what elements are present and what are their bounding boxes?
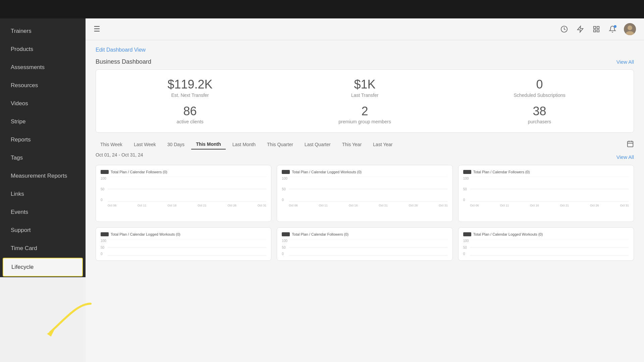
clock-icon[interactable] bbox=[559, 24, 569, 34]
bell-icon[interactable] bbox=[608, 24, 617, 34]
stat-last-transfer: $1K Last Transfer bbox=[281, 78, 449, 98]
svg-point-8 bbox=[628, 25, 632, 30]
legend-swatch-5 bbox=[282, 232, 290, 236]
sidebar-item-links[interactable]: Links bbox=[3, 185, 83, 203]
main-content: ☰ bbox=[86, 18, 644, 362]
filter-this-year[interactable]: This Year bbox=[337, 140, 366, 149]
sidebar-item-trainers[interactable]: Trainers bbox=[3, 22, 83, 40]
svg-rect-10 bbox=[628, 141, 633, 147]
chart-card-4: Total Plan / Calendar Logged Workouts (0… bbox=[96, 227, 271, 261]
svg-rect-3 bbox=[594, 26, 596, 28]
sidebar: Trainers Products Assessments Resources … bbox=[0, 18, 86, 277]
chart-legend-5: Total Plan / Calendar Followers (0) bbox=[282, 232, 447, 236]
svg-marker-0 bbox=[47, 328, 55, 337]
sidebar-item-videos[interactable]: Videos bbox=[3, 95, 83, 112]
notification-dot bbox=[614, 25, 616, 28]
chart-legend-3: Total Plan / Calendar Followers (0) bbox=[463, 170, 629, 174]
chart-area-2: 100 50 0 Oct bbox=[282, 177, 447, 210]
legend-swatch-4 bbox=[101, 232, 109, 236]
charts-view-all[interactable]: View All bbox=[616, 154, 634, 160]
stat-premium-group-members: 2 premium group members bbox=[281, 105, 449, 125]
avatar[interactable] bbox=[624, 23, 636, 35]
svg-rect-4 bbox=[597, 26, 599, 28]
charts-row-2: Total Plan / Calendar Logged Workouts (0… bbox=[96, 227, 634, 261]
sidebar-item-support[interactable]: Support bbox=[3, 222, 83, 239]
dashboard-view-all[interactable]: View All bbox=[616, 59, 634, 65]
edit-dashboard-link[interactable]: Edit Dashboard View bbox=[96, 47, 146, 53]
time-filters: This Week Last Week 30 Days This Month L… bbox=[96, 139, 634, 149]
filter-last-month[interactable]: Last Month bbox=[228, 140, 260, 149]
dashboard-title: Business Dashboard bbox=[96, 58, 151, 65]
sidebar-item-products[interactable]: Products bbox=[3, 41, 83, 58]
hamburger-menu[interactable]: ☰ bbox=[94, 25, 100, 34]
charts-row-1: Total Plan / Calendar Followers (0) 100 … bbox=[96, 165, 634, 222]
date-range: Oct 01, 24 - Oct 31, 24 bbox=[96, 152, 143, 158]
header-icons bbox=[559, 23, 636, 35]
legend-swatch-2 bbox=[282, 170, 290, 174]
stat-scheduled-subscriptions: 0 Scheduled Subscriptions bbox=[455, 78, 624, 98]
stat-active-clients: 86 active clients bbox=[106, 105, 274, 125]
chart-card-6: Total Plan / Calendar Logged Workouts (0… bbox=[458, 227, 634, 261]
chart-card-3: Total Plan / Calendar Followers (0) 100 … bbox=[458, 165, 634, 222]
stats-card: $119.2K Est. Next Transfer $1K Last Tran… bbox=[96, 69, 634, 133]
dashboard-header: Business Dashboard View All bbox=[96, 58, 634, 65]
svg-rect-5 bbox=[594, 30, 596, 32]
legend-swatch-1 bbox=[101, 170, 109, 174]
chart-legend-4: Total Plan / Calendar Logged Workouts (0… bbox=[101, 232, 266, 236]
svg-marker-2 bbox=[578, 26, 583, 32]
sidebar-item-resources[interactable]: Resources bbox=[3, 77, 83, 94]
chart-area-1: 100 50 0 Oct bbox=[101, 177, 266, 210]
stat-est-next-transfer: $119.2K Est. Next Transfer bbox=[106, 78, 274, 98]
chart-card-2: Total Plan / Calendar Logged Workouts (0… bbox=[277, 165, 452, 222]
calendar-icon[interactable] bbox=[627, 140, 634, 149]
content-area: Edit Dashboard View Business Dashboard V… bbox=[86, 40, 644, 362]
filter-this-month[interactable]: This Month bbox=[191, 139, 226, 149]
sidebar-item-tags[interactable]: Tags bbox=[3, 149, 83, 167]
filter-this-week[interactable]: This Week bbox=[96, 140, 127, 149]
filter-last-quarter[interactable]: Last Quarter bbox=[300, 140, 335, 149]
sidebar-item-stripe[interactable]: Stripe bbox=[3, 113, 83, 130]
svg-rect-6 bbox=[597, 30, 599, 32]
sidebar-item-assessments[interactable]: Assessments bbox=[3, 59, 83, 76]
sidebar-item-lifecycle[interactable]: Lifecycle bbox=[3, 258, 83, 277]
sidebar-item-measurement-reports[interactable]: Measurement Reports bbox=[3, 167, 83, 185]
grid-icon[interactable] bbox=[592, 24, 601, 34]
filter-last-year[interactable]: Last Year bbox=[368, 140, 397, 149]
sidebar-item-time-card[interactable]: Time Card bbox=[3, 240, 83, 257]
lightning-icon[interactable] bbox=[576, 24, 585, 34]
stat-purchasers: 38 purchasers bbox=[455, 105, 624, 125]
chart-legend-6: Total Plan / Calendar Logged Workouts (0… bbox=[463, 232, 629, 236]
sidebar-item-events[interactable]: Events bbox=[3, 203, 83, 221]
chart-area-3: 100 50 0 Oct bbox=[463, 177, 629, 210]
filter-last-week[interactable]: Last Week bbox=[129, 140, 161, 149]
chart-legend-1: Total Plan / Calendar Followers (0) bbox=[101, 170, 266, 174]
legend-swatch-6 bbox=[463, 232, 471, 236]
legend-swatch-3 bbox=[463, 170, 471, 174]
sidebar-item-reports[interactable]: Reports bbox=[3, 131, 83, 148]
chart-card-5: Total Plan / Calendar Followers (0) 100 … bbox=[277, 227, 452, 261]
filter-30-days[interactable]: 30 Days bbox=[163, 140, 189, 149]
chart-legend-2: Total Plan / Calendar Logged Workouts (0… bbox=[282, 170, 447, 174]
filter-this-quarter[interactable]: This Quarter bbox=[262, 140, 298, 149]
header-bar: ☰ bbox=[86, 18, 644, 40]
chart-card-1: Total Plan / Calendar Followers (0) 100 … bbox=[96, 165, 271, 222]
